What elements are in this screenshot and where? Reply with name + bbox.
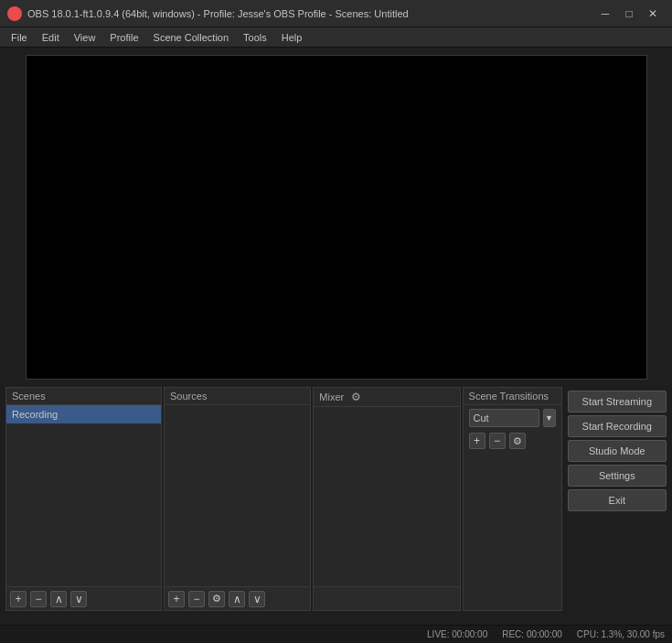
app-icon (7, 6, 22, 21)
scenes-content: Recording (6, 405, 161, 586)
exit-button[interactable]: Exit (568, 489, 667, 511)
transitions-dropdown-row: Cut Fade Swipe Slide Stinger Fade to Col… (464, 405, 561, 431)
sources-header: Sources (165, 388, 310, 405)
transitions-header: Scene Transitions (464, 388, 561, 405)
scenes-header: Scenes (6, 388, 161, 405)
mixer-footer (314, 586, 459, 610)
status-bar: LIVE: 00:00:00 REC: 00:00:00 CPU: 1.3%, … (0, 625, 672, 643)
menu-tools[interactable]: Tools (236, 30, 274, 45)
start-recording-button[interactable]: Start Recording (568, 415, 667, 437)
mixer-label: Mixer (319, 391, 344, 402)
menu-edit[interactable]: Edit (35, 30, 67, 45)
transitions-remove-button[interactable]: − (489, 433, 506, 449)
sources-label: Sources (170, 391, 207, 402)
sources-settings-button[interactable]: ⚙ (208, 591, 225, 607)
transitions-panel: Scene Transitions Cut Fade Swipe Slide S… (463, 387, 562, 611)
menu-scene-collection[interactable]: Scene Collection (146, 30, 237, 45)
panels-container: Scenes Recording + − ∧ ∨ Sources + − ⚙ ∧… (0, 387, 672, 611)
close-button[interactable]: ✕ (641, 5, 665, 23)
transitions-dropdown-arrow[interactable]: ▼ (543, 409, 556, 427)
scene-item-recording[interactable]: Recording (6, 405, 161, 423)
live-status: LIVE: 00:00:00 (427, 629, 487, 639)
menu-bar: File Edit View Profile Scene Collection … (0, 27, 672, 48)
sources-add-button[interactable]: + (168, 591, 185, 607)
transitions-dropdown[interactable]: Cut Fade Swipe Slide Stinger Fade to Col… (469, 409, 539, 427)
sources-down-button[interactable]: ∨ (249, 591, 265, 607)
transitions-controls-row: + − ⚙ (464, 431, 561, 451)
rec-status: REC: 00:00:00 (502, 629, 562, 639)
menu-file[interactable]: File (4, 30, 35, 45)
menu-help[interactable]: Help (274, 30, 310, 45)
mixer-content (314, 407, 459, 586)
studio-mode-button[interactable]: Studio Mode (568, 440, 667, 462)
scenes-up-button[interactable]: ∧ (50, 591, 67, 607)
sources-footer: + − ⚙ ∧ ∨ (165, 586, 310, 610)
scenes-down-button[interactable]: ∨ (70, 591, 87, 607)
transitions-label: Scene Transitions (469, 391, 549, 402)
window-title: OBS 18.0.1-ft1.0.9.4 (64bit, windows) - … (27, 8, 593, 19)
sources-up-button[interactable]: ∧ (229, 591, 245, 607)
minimize-button[interactable]: ─ (593, 5, 617, 23)
sources-remove-button[interactable]: − (188, 591, 205, 607)
scenes-panel: Scenes Recording + − ∧ ∨ (5, 387, 162, 611)
transitions-settings-button[interactable]: ⚙ (509, 433, 526, 449)
sources-panel: Sources + − ⚙ ∧ ∨ (164, 387, 311, 611)
settings-button[interactable]: Settings (568, 465, 667, 487)
menu-profile[interactable]: Profile (102, 30, 145, 45)
transitions-content: Cut Fade Swipe Slide Stinger Fade to Col… (464, 405, 561, 610)
title-bar: OBS 18.0.1-ft1.0.9.4 (64bit, windows) - … (0, 0, 672, 27)
transitions-add-button[interactable]: + (469, 433, 485, 449)
scenes-add-button[interactable]: + (10, 591, 27, 607)
scenes-remove-button[interactable]: − (30, 591, 47, 607)
menu-view[interactable]: View (67, 30, 103, 45)
mixer-header: Mixer ⚙ (314, 388, 459, 407)
preview-canvas (26, 55, 647, 380)
mixer-gear-icon[interactable]: ⚙ (351, 391, 361, 403)
start-streaming-button[interactable]: Start Streaming (568, 391, 667, 413)
mixer-panel: Mixer ⚙ (313, 387, 460, 611)
controls-panel: Start Streaming Start Recording Studio M… (564, 387, 667, 611)
maximize-button[interactable]: □ (617, 5, 641, 23)
scenes-label: Scenes (12, 391, 46, 402)
scenes-footer: + − ∧ ∨ (6, 586, 161, 610)
cpu-status: CPU: 1.3%, 30.00 fps (577, 629, 665, 639)
sources-content (165, 405, 310, 586)
window-controls: ─ □ ✕ (593, 5, 665, 23)
